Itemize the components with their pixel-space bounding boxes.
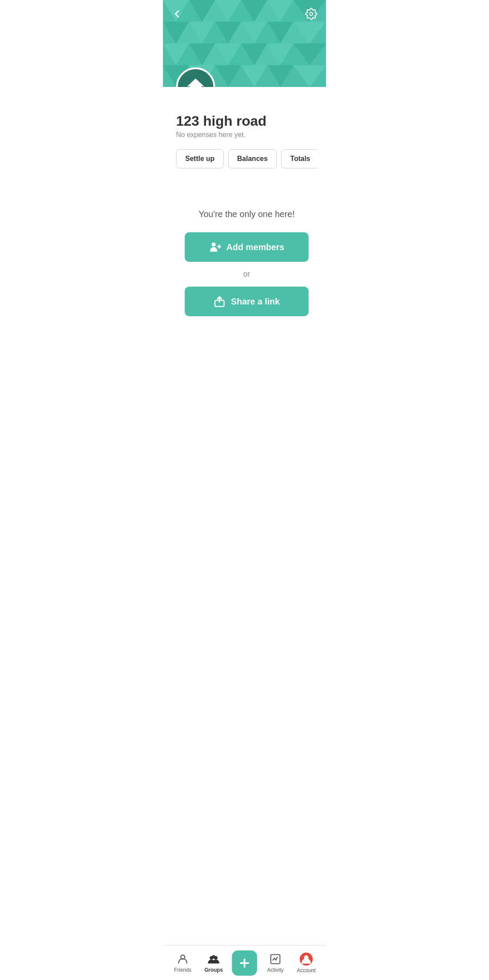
settings-button[interactable] xyxy=(305,8,317,23)
actions-row: Settle up Balances Totals ◆ C xyxy=(176,149,317,170)
share-link-button[interactable]: Share a link xyxy=(185,287,309,316)
add-members-button[interactable]: Add members xyxy=(185,232,309,262)
svg-point-41 xyxy=(212,243,216,247)
header-banner xyxy=(163,0,326,87)
group-subtitle: No expenses here yet. xyxy=(176,131,317,139)
share-icon xyxy=(213,295,226,308)
balances-button[interactable]: Balances xyxy=(228,149,277,168)
group-name: 123 high road xyxy=(176,113,317,129)
totals-button[interactable]: Totals xyxy=(281,149,317,168)
main-wrapper: 123 high road No expenses here yet. Sett… xyxy=(163,87,326,368)
add-person-icon xyxy=(209,241,221,253)
add-members-label: Add members xyxy=(226,242,284,252)
empty-state: You're the only one here! Add members or xyxy=(176,183,317,329)
back-button[interactable] xyxy=(172,9,182,21)
group-avatar xyxy=(176,67,215,87)
or-divider: or xyxy=(185,270,309,279)
empty-message: You're the only one here! xyxy=(185,209,309,219)
main-content: 123 high road No expenses here yet. Sett… xyxy=(163,87,326,329)
settle-up-button[interactable]: Settle up xyxy=(176,149,224,168)
share-link-label: Share a link xyxy=(231,297,279,307)
